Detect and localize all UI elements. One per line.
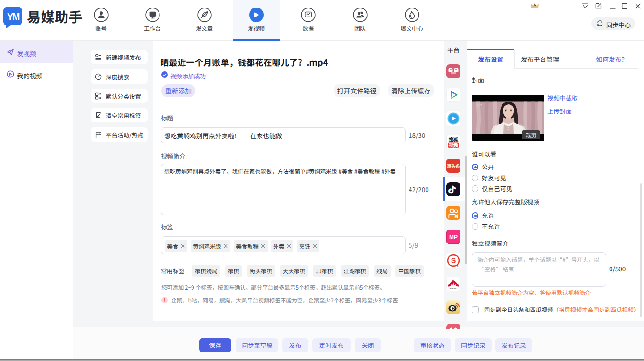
svg-text:YM: YM (7, 11, 20, 22)
svg-text:≋V2: ≋V2 (477, 104, 483, 107)
svg-text:S: S (451, 257, 456, 265)
svg-text:MP: MP (449, 234, 458, 241)
svg-text:惠头条: 惠头条 (447, 163, 460, 169)
svg-text:HUAWEI: HUAWEI (450, 288, 458, 290)
svg-text:视频: 视频 (448, 141, 459, 148)
